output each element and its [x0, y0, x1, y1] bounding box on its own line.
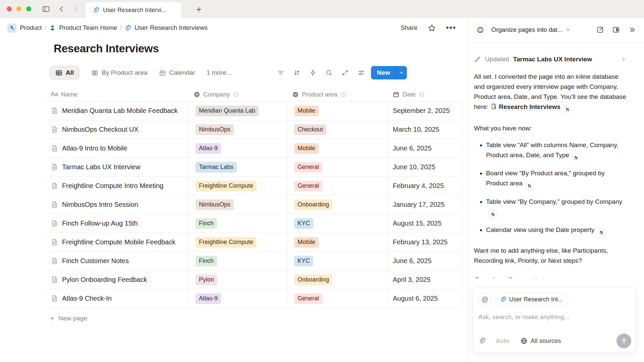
favorite-star-icon[interactable]: [428, 24, 436, 32]
company-tag[interactable]: Finch: [196, 256, 217, 266]
context-chip[interactable]: User Research Int...: [495, 293, 569, 306]
column-header-company[interactable]: Company: [189, 87, 287, 101]
send-button[interactable]: [616, 334, 631, 348]
product-area-tag[interactable]: General: [294, 181, 322, 191]
search-icon[interactable]: [325, 68, 333, 77]
thumbs-down-icon[interactable]: [506, 277, 514, 279]
company-tag[interactable]: Finch: [196, 218, 217, 229]
side-panel-icon[interactable]: [612, 26, 620, 34]
product-area-cell[interactable]: General: [287, 289, 388, 308]
company-tag[interactable]: Tarmac Labs: [196, 162, 237, 173]
product-area-tag[interactable]: Onboarding: [294, 199, 332, 210]
company-cell[interactable]: NimbusOps: [189, 120, 287, 139]
sources-selector[interactable]: All sources: [520, 337, 561, 345]
product-area-cell[interactable]: Mobile: [287, 102, 388, 120]
assistant-input[interactable]: Ask, search, or make anything...: [478, 313, 631, 321]
minimize-window-button[interactable]: [16, 6, 21, 11]
mention-button[interactable]: @: [478, 293, 492, 306]
attachment-paperclip-icon[interactable]: [478, 337, 486, 345]
company-cell[interactable]: Finch: [189, 214, 287, 233]
assistant-thread-title[interactable]: Organize pages into dat...: [491, 26, 562, 34]
product-area-tag[interactable]: Checkout: [294, 124, 326, 135]
company-cell[interactable]: Freightline Compute: [189, 177, 287, 195]
company-tag[interactable]: Atlas-9: [196, 293, 221, 304]
new-tab-button[interactable]: +: [193, 3, 205, 15]
name-cell[interactable]: Freightline Compute Mobile Feedback: [46, 233, 189, 251]
name-cell[interactable]: Atlas-9 Check-In: [46, 289, 189, 308]
table-row[interactable]: NimbusOps Intro Session NimbusOps Onboar…: [46, 195, 462, 214]
updated-page-row[interactable]: Updated Tarmac Labs UX Interview: [474, 56, 627, 63]
product-area-cell[interactable]: KYC: [287, 214, 388, 233]
table-row[interactable]: Atlas-9 Check-In Atlas-9 General August …: [46, 289, 462, 308]
view-tab-by-product-area[interactable]: By Product area: [91, 69, 147, 76]
sort-icon[interactable]: [292, 68, 301, 77]
model-auto-selector[interactable]: Auto: [496, 338, 509, 345]
browser-tab[interactable]: User Research Intervi...: [86, 2, 181, 18]
date-cell[interactable]: January 17, 2025: [388, 195, 462, 214]
name-cell[interactable]: Freightline Compute Intro Meeting: [46, 177, 189, 195]
name-cell[interactable]: Atlas-9 Intro to Mobile: [46, 139, 189, 158]
column-header-date[interactable]: Date: [388, 87, 462, 101]
company-tag[interactable]: Meridian Quanta Lab: [196, 106, 259, 116]
zoom-window-button[interactable]: [26, 6, 31, 11]
company-cell[interactable]: Finch: [189, 252, 287, 270]
company-cell[interactable]: Freightline Compute: [189, 233, 287, 251]
close-window-button[interactable]: [7, 6, 12, 11]
table-row[interactable]: Freightline Compute Mobile Feedback Frei…: [46, 233, 462, 252]
table-row[interactable]: Atlas-9 Intro to Mobile Atlas-9 Mobile J…: [46, 139, 462, 158]
product-area-tag[interactable]: Mobile: [294, 143, 319, 154]
more-views-button[interactable]: 1 more...: [207, 69, 232, 76]
company-cell[interactable]: Atlas-9: [189, 139, 287, 158]
view-tab-all[interactable]: All: [49, 65, 80, 80]
date-cell[interactable]: February 13, 2025: [388, 233, 462, 251]
undo-button[interactable]: Undo: [523, 277, 547, 279]
table-row[interactable]: NimbusOps Checkout UX NimbusOps Checkout…: [46, 120, 462, 139]
name-cell[interactable]: Finch Follow-up Aug 15th: [46, 214, 189, 233]
table-row[interactable]: Meridian Quanta Lab Mobile Feedback Meri…: [46, 102, 462, 120]
product-area-tag[interactable]: General: [294, 162, 322, 173]
expand-icon[interactable]: [341, 68, 350, 77]
company-tag[interactable]: Atlas-9: [196, 143, 221, 154]
forward-icon[interactable]: [72, 5, 79, 13]
product-area-tag[interactable]: Onboarding: [294, 275, 332, 285]
date-cell[interactable]: September 2, 2025: [388, 102, 462, 120]
chevron-down-icon[interactable]: [565, 27, 571, 33]
new-page-button[interactable]: + New page: [46, 309, 462, 327]
chevron-down-icon[interactable]: [395, 66, 407, 79]
table-row[interactable]: Pylon Onboarding Feedback Pylon Onboardi…: [46, 270, 462, 289]
table-row[interactable]: Tarmac Labs UX Interview Tarmac Labs Gen…: [46, 158, 462, 177]
breadcrumb-item-current-page[interactable]: User Research Interviews: [124, 24, 208, 32]
table-row[interactable]: Finch Customer Notes Finch KYC June 6, 2…: [46, 252, 462, 270]
product-area-cell[interactable]: Checkout: [287, 120, 388, 139]
product-area-cell[interactable]: Mobile: [287, 139, 388, 158]
filter-icon[interactable]: [276, 68, 285, 77]
view-settings-icon[interactable]: [357, 68, 366, 77]
back-icon[interactable]: [58, 5, 65, 13]
breadcrumb-item-team-home[interactable]: Product Team Home: [49, 24, 117, 32]
date-cell[interactable]: August 6, 2025: [388, 289, 462, 308]
column-header-name[interactable]: Aa Name: [46, 87, 189, 101]
automations-lightning-icon[interactable]: [309, 68, 317, 77]
more-options-icon[interactable]: •••: [446, 23, 456, 33]
date-cell[interactable]: June 10, 2025: [388, 158, 462, 176]
column-header-product-area[interactable]: Product area: [287, 87, 388, 101]
date-cell[interactable]: March 10, 2025: [388, 120, 462, 139]
company-tag[interactable]: Freightline Compute: [196, 181, 257, 191]
company-cell[interactable]: Tarmac Labs: [189, 158, 287, 176]
table-row[interactable]: Finch Follow-up Aug 15th Finch KYC Augus…: [46, 214, 462, 233]
name-cell[interactable]: Pylon Onboarding Feedback: [46, 270, 189, 289]
product-area-tag[interactable]: Mobile: [294, 106, 319, 116]
date-cell[interactable]: June 6, 2025: [388, 252, 462, 270]
name-cell[interactable]: Tarmac Labs UX Interview: [46, 158, 189, 176]
new-chat-compose-icon[interactable]: [596, 26, 604, 34]
thumbs-up-icon[interactable]: [490, 277, 498, 279]
name-cell[interactable]: NimbusOps Intro Session: [46, 195, 189, 214]
product-area-cell[interactable]: Onboarding: [287, 270, 388, 289]
name-cell[interactable]: Finch Customer Notes: [46, 252, 189, 270]
company-cell[interactable]: NimbusOps: [189, 195, 287, 214]
date-cell[interactable]: June 6, 2025: [388, 139, 462, 158]
share-button[interactable]: Share: [400, 24, 418, 32]
date-cell[interactable]: February 4, 2025: [388, 177, 462, 195]
company-tag[interactable]: Freightline Compute: [196, 237, 257, 248]
date-cell[interactable]: August 15, 2025: [388, 214, 462, 233]
